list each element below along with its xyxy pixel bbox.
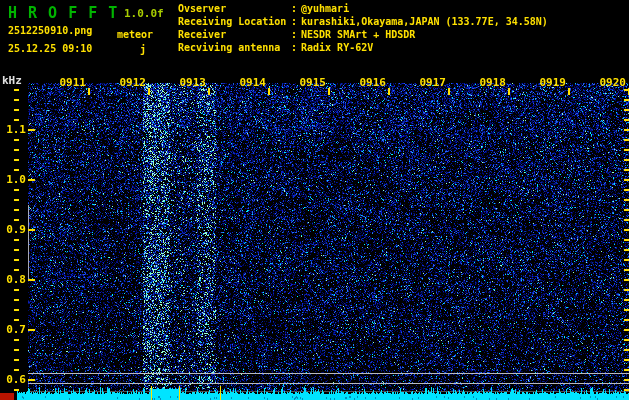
freq-minor-tick-right — [624, 149, 629, 151]
freq-tick-label: 0.7 — [2, 324, 26, 336]
freq-minor-tick — [14, 359, 19, 361]
info-separator: : — [291, 41, 301, 54]
info-value: @yuhmari — [301, 3, 349, 14]
info-label: Receiver — [178, 28, 291, 41]
mode-label: meteor — [117, 29, 153, 40]
station-code: j — [140, 44, 146, 55]
freq-minor-tick — [14, 339, 19, 341]
station-info-panel: Ovserver:@yuhmari Receiving Location:kur… — [178, 2, 548, 54]
time-tick-label: 0920 — [598, 77, 626, 89]
freq-minor-tick-right — [624, 389, 629, 391]
app-version: 1.0.0f — [124, 7, 164, 20]
freq-major-tick — [28, 279, 35, 281]
freq-tick-label: 1.1 — [2, 124, 26, 136]
time-tick-label: 0918 — [478, 77, 506, 89]
time-tick-mark — [568, 88, 570, 95]
time-tick-mark — [148, 88, 150, 95]
freq-major-tick — [28, 329, 35, 331]
freq-minor-tick — [14, 239, 19, 241]
freq-minor-tick-right — [624, 269, 629, 271]
freq-minor-tick-right — [624, 199, 629, 201]
freq-minor-tick — [14, 269, 19, 271]
info-value: Radix RY-62V — [301, 42, 373, 53]
freq-minor-tick-right — [624, 249, 629, 251]
info-row-receiver: Receiver:NESDR SMArt + HDSDR — [178, 28, 548, 41]
freq-minor-tick — [14, 139, 19, 141]
freq-tick-label: 0.9 — [2, 224, 26, 236]
freq-minor-tick-right — [624, 259, 629, 261]
time-tick-label: 0914 — [238, 77, 266, 89]
freq-minor-tick-right — [624, 219, 629, 221]
info-separator: : — [291, 28, 301, 41]
time-tick-label: 0913 — [178, 77, 206, 89]
freq-minor-tick-right — [624, 119, 629, 121]
freq-minor-tick-right — [624, 189, 629, 191]
time-tick-label: 0912 — [118, 77, 146, 89]
time-tick-label: 0911 — [58, 77, 86, 89]
freq-tick-label: 1.0 — [2, 174, 26, 186]
time-tick-label: 0919 — [538, 77, 566, 89]
freq-minor-tick — [14, 199, 19, 201]
time-tick-mark — [328, 88, 330, 95]
freq-minor-tick-right — [624, 99, 629, 101]
freq-tick-label: 0.6 — [2, 374, 26, 386]
freq-minor-tick — [14, 289, 19, 291]
freq-minor-tick — [14, 259, 19, 261]
freq-axis-unit: kHz — [2, 74, 22, 87]
freq-minor-tick-right — [624, 209, 629, 211]
freq-minor-tick — [14, 189, 19, 191]
info-label: Ovserver — [178, 2, 291, 15]
freq-minor-tick — [14, 149, 19, 151]
time-tick-label: 0915 — [298, 77, 326, 89]
freq-minor-tick-right — [624, 339, 629, 341]
freq-minor-tick-right — [624, 329, 629, 331]
freq-minor-tick — [14, 89, 19, 91]
app-title: H R O F F T — [8, 4, 118, 22]
spectrogram-canvas — [0, 0, 629, 400]
freq-minor-tick-right — [624, 89, 629, 91]
freq-major-tick — [28, 179, 35, 181]
freq-minor-tick-right — [624, 279, 629, 281]
info-separator: : — [291, 15, 301, 28]
freq-major-tick — [28, 129, 35, 131]
info-row-antenna: Recviving antenna:Radix RY-62V — [178, 41, 548, 54]
freq-minor-tick-right — [624, 169, 629, 171]
freq-minor-tick-right — [624, 129, 629, 131]
freq-major-tick — [28, 229, 35, 231]
info-label: Recviving antenna — [178, 41, 291, 54]
freq-major-tick — [28, 379, 35, 381]
freq-tick-label: 0.8 — [2, 274, 26, 286]
info-row-location: Receiving Location:kurashiki,Okayama,JAP… — [178, 15, 548, 28]
time-tick-mark — [448, 88, 450, 95]
freq-minor-tick-right — [624, 309, 629, 311]
freq-minor-tick-right — [624, 359, 629, 361]
info-separator: : — [291, 2, 301, 15]
freq-minor-tick-right — [624, 109, 629, 111]
time-tick-label: 0916 — [358, 77, 386, 89]
hrofft-screen: H R O F F T 1.0.0f 2512250910.png meteor… — [0, 0, 629, 400]
datetime-label: 25.12.25 09:10 — [8, 43, 92, 54]
freq-minor-tick-right — [624, 299, 629, 301]
output-filename: 2512250910.png — [8, 25, 92, 36]
freq-minor-tick-right — [624, 139, 629, 141]
freq-minor-tick — [14, 299, 19, 301]
freq-minor-tick — [14, 209, 19, 211]
freq-minor-tick-right — [624, 159, 629, 161]
freq-minor-tick — [14, 109, 19, 111]
info-row-observer: Ovserver:@yuhmari — [178, 2, 548, 15]
freq-minor-tick-right — [624, 319, 629, 321]
time-tick-mark — [88, 88, 90, 95]
time-tick-mark — [388, 88, 390, 95]
info-label: Receiving Location — [178, 15, 291, 28]
freq-minor-tick-right — [624, 379, 629, 381]
freq-minor-tick-right — [624, 289, 629, 291]
time-tick-mark — [268, 88, 270, 95]
freq-minor-tick — [14, 369, 19, 371]
freq-minor-tick — [14, 319, 19, 321]
time-tick-label: 0917 — [418, 77, 446, 89]
freq-minor-tick — [14, 119, 19, 121]
freq-minor-tick — [14, 159, 19, 161]
freq-minor-tick — [14, 349, 19, 351]
info-value: NESDR SMArt + HDSDR — [301, 29, 415, 40]
freq-minor-tick — [14, 249, 19, 251]
